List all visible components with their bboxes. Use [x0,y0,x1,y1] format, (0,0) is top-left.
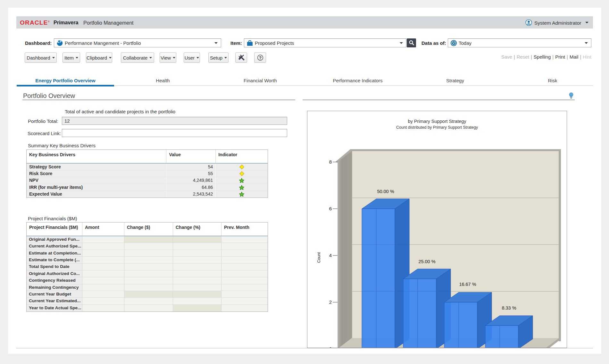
svg-text:6: 6 [329,206,332,211]
svg-text:25.00 %: 25.00 % [418,259,435,264]
svg-text:4: 4 [329,253,332,258]
svg-text:Count: Count [317,252,321,263]
svg-text:2: 2 [329,299,332,305]
svg-text:8: 8 [329,159,332,165]
svg-text:16.67 %: 16.67 % [459,282,476,287]
svg-text:50.00 %: 50.00 % [377,189,394,194]
svg-text:?: ? [259,55,261,60]
svg-text:8.33 %: 8.33 % [502,305,516,311]
